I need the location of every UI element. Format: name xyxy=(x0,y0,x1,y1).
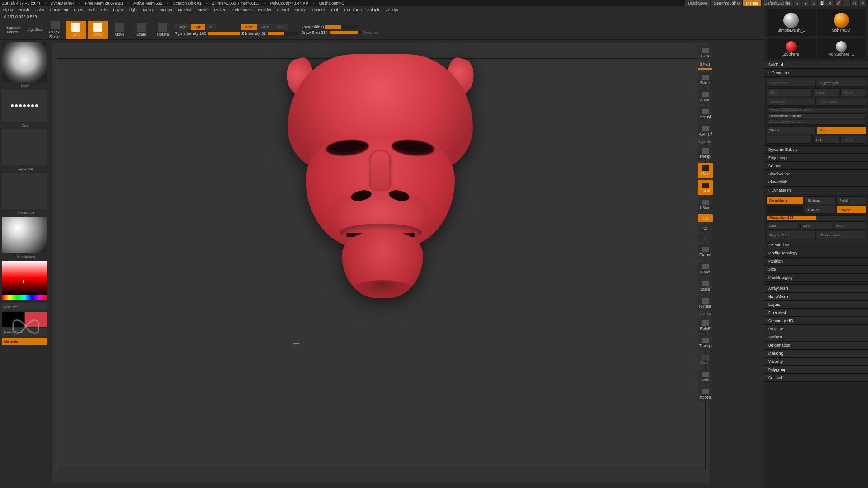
canvas[interactable] xyxy=(52,40,710,483)
reuv2-button[interactable]: ReUV xyxy=(840,136,866,144)
focal-slider[interactable] xyxy=(326,25,357,29)
del-lower-button[interactable]: Del Lower xyxy=(766,98,816,106)
nav-rotate-button[interactable]: Rotate xyxy=(698,296,713,311)
local-button[interactable]: Local xyxy=(698,180,713,195)
rgb-intensity-slider[interactable] xyxy=(208,32,240,35)
menu-file[interactable]: File xyxy=(101,8,108,12)
alpha-thumbnail[interactable] xyxy=(2,129,47,165)
layers-header[interactable]: Layers xyxy=(764,300,868,309)
rgb-intensity[interactable]: Rgb Intensity 100 xyxy=(175,31,206,36)
color-handle[interactable] xyxy=(20,280,24,283)
material-thumbnail[interactable] xyxy=(2,217,47,253)
reuv-button[interactable]: ReUV xyxy=(840,88,866,96)
menu-movie[interactable]: Movie xyxy=(198,8,208,12)
zoom-button[interactable]: Zoom xyxy=(698,89,713,104)
arraymesh-header[interactable]: ArrayMesh xyxy=(764,284,868,292)
tool-thumb-1[interactable]: SimpleBrush_1 xyxy=(767,9,816,36)
subtool-header[interactable]: SubTool xyxy=(764,61,868,69)
menu-material[interactable]: Material xyxy=(178,8,192,12)
hue-strip[interactable] xyxy=(2,295,47,300)
brush-thumbnail[interactable] xyxy=(2,42,47,82)
nanomesh-header[interactable]: NanoMesh xyxy=(764,292,868,300)
edit-button[interactable]: Edit xyxy=(66,21,86,39)
visibility-header[interactable]: Visibility xyxy=(764,357,868,366)
menu-transform[interactable]: Transform xyxy=(343,8,362,12)
menu-zplugin[interactable]: Zplugin xyxy=(367,8,381,12)
gear-icon[interactable]: ⚙ xyxy=(826,0,834,6)
preview-header[interactable]: Preview xyxy=(764,325,868,333)
menu-light[interactable]: Light xyxy=(129,8,138,12)
minimize-icon[interactable]: — xyxy=(843,0,850,6)
fibermesh-header[interactable]: FiberMesh xyxy=(764,309,868,317)
project-button[interactable]: Project xyxy=(836,206,866,214)
spix-label[interactable]: SPix 3 xyxy=(700,62,710,66)
z-intensity[interactable]: Z Intensity 51 xyxy=(241,31,266,36)
size-header[interactable]: Size xyxy=(764,265,868,273)
meshintegrity-header[interactable]: MeshIntegrity xyxy=(764,273,868,282)
center-button[interactable]: ⊙ xyxy=(698,224,713,232)
groups-button[interactable]: Groups xyxy=(805,196,835,204)
move-button[interactable]: Move xyxy=(109,21,129,39)
menu-marker[interactable]: Marker xyxy=(160,8,172,12)
home-icon[interactable]: ⌂ xyxy=(810,0,817,6)
menu-color[interactable]: Color xyxy=(35,8,45,12)
menu-layer[interactable]: Layer xyxy=(113,8,123,12)
nav-scale-button[interactable]: Scale xyxy=(698,278,713,294)
color-picker[interactable] xyxy=(2,261,47,301)
spix-slider[interactable] xyxy=(698,68,712,70)
reconstruct-subdiv-button[interactable]: Reconstruct Subdiv xyxy=(766,113,866,118)
zremesher-header[interactable]: ZRemesher xyxy=(764,241,868,249)
dynamesh-button[interactable]: DynaMesh xyxy=(766,196,803,204)
persp-button[interactable]: Persp xyxy=(698,145,713,161)
divide-button[interactable]: Divide xyxy=(766,126,816,134)
z-intensity-slider[interactable] xyxy=(268,32,299,35)
seethrough-button[interactable]: See-through 0 xyxy=(711,0,742,6)
arrow-left-icon[interactable]: ◂ xyxy=(794,0,801,6)
ghost-button[interactable]: Ghost xyxy=(698,352,713,367)
menu-stroke[interactable]: Stroke xyxy=(294,8,306,12)
menu-brush[interactable]: Brush xyxy=(19,8,29,12)
modify-topology-header[interactable]: Modify Topology xyxy=(764,249,868,257)
menus-button[interactable]: Menus xyxy=(743,0,761,6)
xpose-button[interactable]: Xpose xyxy=(698,386,713,402)
xyz-button[interactable]: Xyz xyxy=(698,214,713,222)
magnify-button[interactable]: ⌕ xyxy=(698,234,713,242)
menu-render[interactable]: Render xyxy=(258,8,272,12)
zcut-button[interactable]: Zcut xyxy=(274,24,288,30)
lightbox-button[interactable]: LightBox xyxy=(25,21,45,39)
menu-document[interactable]: Document xyxy=(50,8,68,12)
smt-button[interactable]: Smt xyxy=(817,126,866,134)
contact-header[interactable]: Contact xyxy=(764,374,868,382)
create-shell-button[interactable]: Create Shell xyxy=(766,231,816,239)
dynamesh-header[interactable]: DynaMesh xyxy=(764,186,868,194)
higher-res-button[interactable]: Higher Res xyxy=(817,79,866,87)
drawsize-slider[interactable] xyxy=(330,31,361,34)
menu-alpha[interactable]: Alpha xyxy=(3,8,13,12)
menu-preferences[interactable]: Preferences xyxy=(231,8,253,12)
lower-res-button[interactable]: Lower Res xyxy=(766,79,816,87)
bpr-button[interactable]: BPR xyxy=(698,45,713,61)
gradient-button[interactable]: Gradient xyxy=(2,303,47,310)
polish-button[interactable]: Polish xyxy=(836,196,866,204)
draw-size[interactable]: Draw Size 234 xyxy=(301,30,328,35)
menu-zscript[interactable]: Zscript xyxy=(386,8,398,12)
actual-button[interactable]: Actual xyxy=(698,106,713,122)
dynamic-toggle[interactable]: Dynamic xyxy=(363,30,379,35)
solo-button[interactable]: Solo xyxy=(698,369,713,385)
ui-script[interactable]: DefaultZScript xyxy=(762,0,793,6)
viewport[interactable] xyxy=(55,59,705,469)
polygroups-header[interactable]: Polygroups xyxy=(764,366,868,374)
menu-texture[interactable]: Texture xyxy=(311,8,325,12)
draw-button[interactable]: Draw xyxy=(88,21,108,39)
projection-master-button[interactable]: Projection Master xyxy=(2,21,24,39)
blur-slider[interactable]: Blur 26 xyxy=(805,206,835,214)
sculpt-mesh[interactable] xyxy=(274,54,486,316)
menu-picker[interactable]: Picker xyxy=(214,8,225,12)
menu-macro[interactable]: Macro xyxy=(143,8,154,12)
tool-thumb-4[interactable]: PolySphere_1 xyxy=(817,39,866,59)
maximize-icon[interactable]: ▢ xyxy=(851,0,858,6)
texture-thumbnail[interactable] xyxy=(2,173,47,209)
scale-button[interactable]: Scale xyxy=(131,21,151,39)
sdiv-slider[interactable]: SDiv xyxy=(766,88,812,96)
suv-button[interactable]: Suv xyxy=(813,136,839,144)
